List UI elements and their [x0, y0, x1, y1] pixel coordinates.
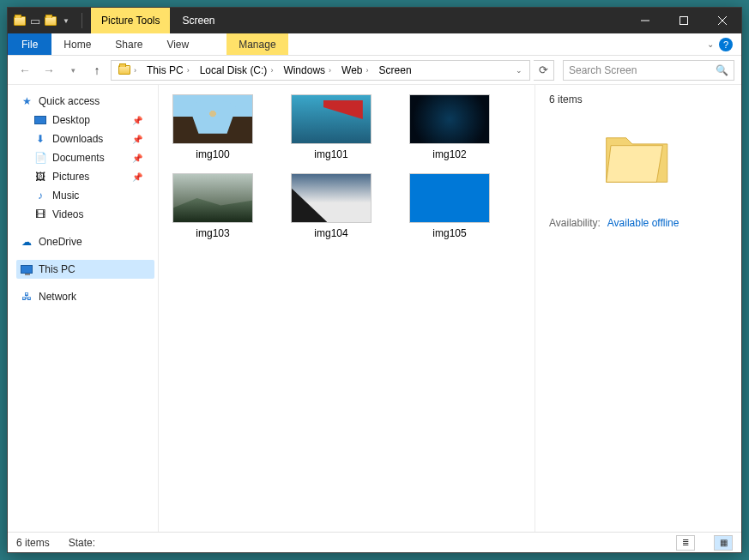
sidebar-item-label: Videos	[52, 208, 83, 220]
file-name: img102	[432, 148, 466, 160]
titlebar[interactable]: ▭ ▼ Picture Tools Screen	[8, 8, 741, 33]
details-pane: 6 items Availability: Available offline	[535, 85, 741, 532]
folder-preview-icon	[600, 123, 677, 191]
address-folder-icon[interactable]: ›	[113, 65, 142, 75]
qat-dropdown-icon[interactable]: ▼	[59, 14, 73, 27]
pc-icon	[20, 262, 33, 276]
properties-icon[interactable]: ▭	[28, 14, 42, 27]
sidebar-quick-access[interactable]: ★ Quick access	[16, 92, 154, 111]
downloads-icon: ⬇	[33, 132, 47, 146]
detail-label: Availability:	[549, 217, 601, 229]
file-item[interactable]: img105	[402, 174, 497, 239]
recent-dropdown-icon[interactable]: ▾	[63, 60, 83, 81]
file-item[interactable]: img101	[284, 95, 378, 160]
sidebar-item-label: This PC	[39, 263, 76, 275]
tab-view[interactable]: View	[154, 33, 201, 55]
pin-icon: 📌	[132, 172, 151, 182]
sidebar-item-label: Quick access	[39, 95, 100, 107]
sidebar-item-videos[interactable]: 🎞Videos	[30, 205, 154, 224]
sidebar-item-downloads[interactable]: ⬇Downloads📌	[30, 129, 154, 148]
quick-access-toolbar: ▭ ▼	[8, 14, 78, 27]
documents-icon: 📄	[33, 151, 47, 165]
tab-manage[interactable]: Manage	[227, 33, 287, 55]
address-dropdown-icon[interactable]: ⌄	[510, 66, 528, 75]
thumbnail	[173, 174, 252, 222]
divider	[82, 13, 82, 28]
onedrive-icon: ☁	[20, 235, 33, 249]
file-grid: img100 img101 img102 img103 img104 img10…	[166, 95, 528, 239]
content-area[interactable]: img100 img101 img102 img103 img104 img10…	[158, 85, 535, 532]
file-name: img100	[196, 148, 229, 160]
status-item-count: 6 items	[16, 537, 50, 549]
search-icon: 🔍	[716, 64, 728, 76]
forward-button[interactable]: →	[39, 60, 59, 81]
ribbon-tabs: File Home Share View Manage ⌄ ?	[8, 33, 741, 56]
details-view-button[interactable]: ≣	[676, 535, 695, 551]
tab-share[interactable]: Share	[103, 33, 154, 55]
network-icon: 🖧	[20, 290, 33, 304]
refresh-button[interactable]: ⟳	[534, 60, 554, 81]
breadcrumb-web[interactable]: Web›	[336, 64, 373, 76]
close-button[interactable]	[703, 8, 741, 33]
videos-icon: 🎞	[33, 208, 47, 221]
desktop-icon	[33, 113, 47, 127]
pictures-icon: 🖼	[33, 170, 47, 184]
minimize-button[interactable]	[625, 8, 664, 33]
back-button[interactable]: ←	[15, 60, 35, 81]
explorer-window: ▭ ▼ Picture Tools Screen File Home Share…	[7, 7, 742, 553]
help-icon[interactable]: ?	[719, 38, 733, 51]
thumbnail	[410, 174, 489, 222]
sidebar-item-label: Downloads	[52, 133, 103, 145]
pin-icon: 📌	[132, 116, 151, 125]
breadcrumb-local-disk[interactable]: Local Disk (C:)›	[195, 64, 279, 76]
tab-home[interactable]: Home	[51, 33, 103, 55]
sidebar-item-label: OneDrive	[39, 236, 82, 248]
details-item-count: 6 items	[549, 93, 728, 105]
file-name: img105	[432, 227, 466, 239]
sidebar-item-documents[interactable]: 📄Documents📌	[30, 148, 154, 167]
file-name: img104	[314, 227, 347, 239]
up-button[interactable]: ↑	[87, 60, 107, 81]
window-controls	[625, 8, 741, 33]
window-title: Screen	[182, 15, 214, 27]
breadcrumb-this-pc[interactable]: This PC›	[142, 64, 195, 76]
search-placeholder: Search Screen	[569, 64, 637, 76]
status-state-label: State:	[69, 537, 95, 549]
folder-icon	[13, 14, 27, 27]
address-bar[interactable]: › This PC› Local Disk (C:)› Windows› Web…	[111, 60, 530, 81]
sidebar-item-label: Music	[52, 190, 79, 202]
sidebar-this-pc[interactable]: This PC	[16, 260, 154, 279]
svg-rect-1	[680, 17, 687, 25]
detail-availability: Availability: Available offline	[549, 217, 728, 229]
music-icon: ♪	[33, 189, 47, 202]
sidebar-item-music[interactable]: ♪Music	[30, 186, 154, 205]
thumbnail	[410, 95, 489, 143]
sidebar-network[interactable]: 🖧Network	[16, 287, 154, 306]
maximize-button[interactable]	[664, 8, 703, 33]
body: ★ Quick access Desktop📌 ⬇Downloads📌 📄Doc…	[8, 85, 741, 532]
navigation-row: ← → ▾ ↑ › This PC› Local Disk (C:)› Wind…	[8, 56, 741, 85]
file-item[interactable]: img100	[166, 95, 260, 160]
breadcrumb-windows[interactable]: Windows›	[278, 64, 336, 76]
sidebar-item-pictures[interactable]: 🖼Pictures📌	[30, 167, 154, 186]
detail-value: Available offline	[607, 217, 680, 229]
file-tab[interactable]: File	[8, 33, 51, 55]
sidebar-item-desktop[interactable]: Desktop📌	[30, 111, 154, 129]
sidebar-item-label: Desktop	[52, 114, 90, 126]
file-item[interactable]: img104	[284, 174, 378, 239]
ribbon-expand-icon[interactable]: ⌄	[707, 39, 714, 49]
navigation-pane[interactable]: ★ Quick access Desktop📌 ⬇Downloads📌 📄Doc…	[8, 85, 158, 532]
status-bar: 6 items State: ≣ ▦	[8, 532, 741, 552]
thumbnail	[292, 174, 371, 222]
contextual-tab-header: Picture Tools	[91, 8, 170, 33]
thumbnail	[173, 95, 252, 143]
file-name: img101	[314, 148, 347, 160]
new-folder-icon[interactable]	[44, 14, 57, 27]
thumbnails-view-button[interactable]: ▦	[714, 535, 733, 551]
search-input[interactable]: Search Screen 🔍	[563, 60, 734, 81]
file-item[interactable]: img103	[166, 174, 260, 239]
file-item[interactable]: img102	[402, 95, 497, 160]
sidebar-onedrive[interactable]: ☁OneDrive	[16, 232, 154, 251]
breadcrumb-screen[interactable]: Screen	[374, 64, 417, 76]
sidebar-item-label: Pictures	[52, 171, 89, 183]
